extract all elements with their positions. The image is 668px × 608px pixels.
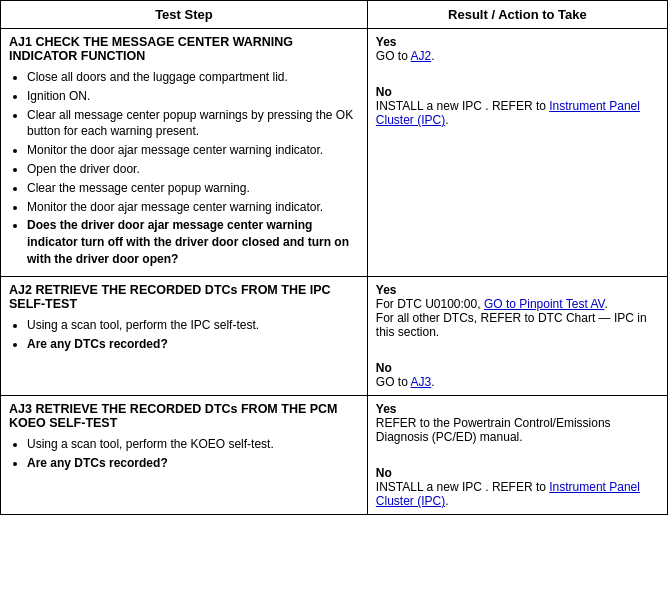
step-item: Clear the message center popup warning. <box>27 180 359 197</box>
step-title-aj1: AJ1 CHECK THE MESSAGE CENTER WARNING IND… <box>9 35 359 63</box>
result-label: Yes <box>376 35 397 49</box>
result-section: NoGO to AJ3. <box>376 361 659 389</box>
result-link[interactable]: GO to Pinpoint Test AV <box>484 297 605 311</box>
result-line: For DTC U0100:00, GO to Pinpoint Test AV… <box>376 297 659 311</box>
result-label: Yes <box>376 402 397 416</box>
step-item: Does the driver door ajar message center… <box>27 217 359 267</box>
step-cell-aj2: AJ2 RETRIEVE THE RECORDED DTCs FROM THE … <box>1 276 368 395</box>
col-header-step: Test Step <box>1 1 368 29</box>
result-section: YesREFER to the Powertrain Control/Emiss… <box>376 402 659 444</box>
col-header-result: Result / Action to Take <box>367 1 667 29</box>
result-link[interactable]: Instrument Panel Cluster (IPC) <box>376 99 640 127</box>
step-cell-aj3: AJ3 RETRIEVE THE RECORDED DTCs FROM THE … <box>1 395 368 514</box>
table-row-aj2: AJ2 RETRIEVE THE RECORDED DTCs FROM THE … <box>1 276 668 395</box>
step-item: Clear all message center popup warnings … <box>27 107 359 141</box>
step-item: Ignition ON. <box>27 88 359 105</box>
result-label: No <box>376 361 392 375</box>
step-title-aj3: AJ3 RETRIEVE THE RECORDED DTCs FROM THE … <box>9 402 359 430</box>
result-cell-aj2: YesFor DTC U0100:00, GO to Pinpoint Test… <box>367 276 667 395</box>
step-list-aj2: Using a scan tool, perform the IPC self-… <box>27 317 359 353</box>
step-item: Monitor the door ajar message center war… <box>27 199 359 216</box>
step-item: Using a scan tool, perform the KOEO self… <box>27 436 359 453</box>
step-title-aj2: AJ2 RETRIEVE THE RECORDED DTCs FROM THE … <box>9 283 359 311</box>
result-line: For all other DTCs, REFER to DTC Chart —… <box>376 311 659 339</box>
step-item: Using a scan tool, perform the IPC self-… <box>27 317 359 334</box>
result-cell-aj3: YesREFER to the Powertrain Control/Emiss… <box>367 395 667 514</box>
step-item: Are any DTCs recorded? <box>27 336 359 353</box>
result-label: No <box>376 466 392 480</box>
result-cell-aj1: YesGO to AJ2.NoINSTALL a new IPC . REFER… <box>367 29 667 277</box>
step-item: Close all doors and the luggage compartm… <box>27 69 359 86</box>
step-item: Open the driver door. <box>27 161 359 178</box>
result-section: YesFor DTC U0100:00, GO to Pinpoint Test… <box>376 283 659 339</box>
step-cell-aj1: AJ1 CHECK THE MESSAGE CENTER WARNING IND… <box>1 29 368 277</box>
result-link[interactable]: Instrument Panel Cluster (IPC) <box>376 480 640 508</box>
step-list-aj1: Close all doors and the luggage compartm… <box>27 69 359 268</box>
step-item: Are any DTCs recorded? <box>27 455 359 472</box>
result-label: Yes <box>376 283 397 297</box>
diagnostic-table: Test Step Result / Action to Take AJ1 CH… <box>0 0 668 515</box>
result-link[interactable]: AJ3 <box>411 375 432 389</box>
step-item: Monitor the door ajar message center war… <box>27 142 359 159</box>
result-section: NoINSTALL a new IPC . REFER to Instrumen… <box>376 466 659 508</box>
table-row-aj1: AJ1 CHECK THE MESSAGE CENTER WARNING IND… <box>1 29 668 277</box>
result-label: No <box>376 85 392 99</box>
step-list-aj3: Using a scan tool, perform the KOEO self… <box>27 436 359 472</box>
result-section: NoINSTALL a new IPC . REFER to Instrumen… <box>376 85 659 127</box>
table-row-aj3: AJ3 RETRIEVE THE RECORDED DTCs FROM THE … <box>1 395 668 514</box>
result-section: YesGO to AJ2. <box>376 35 659 63</box>
result-link[interactable]: AJ2 <box>411 49 432 63</box>
